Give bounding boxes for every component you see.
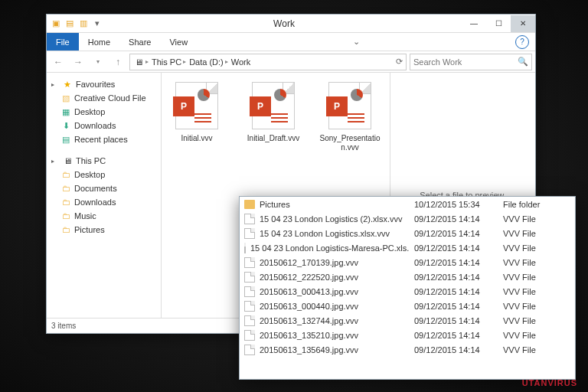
file-date: 09/12/2015 14:14 xyxy=(414,345,498,354)
document-icon xyxy=(244,286,255,297)
qat-dropdown-icon[interactable]: ▾ xyxy=(91,18,103,30)
explorer-list-panel: Pictures10/12/2015 15:34File folder15 04… xyxy=(239,196,576,380)
list-row[interactable]: 15 04 23 London Logistics.xlsx.vvv09/12/… xyxy=(240,226,575,240)
file-type: VVV File xyxy=(503,258,570,267)
file-name: 15 04 23 London Logistics-Maresa-PC.xls.… xyxy=(244,243,410,253)
file-name: Pictures xyxy=(244,200,410,209)
sidebar-item-desktop[interactable]: ▦Desktop xyxy=(50,105,158,119)
sidebar-thispc[interactable]: ▸🖥This PC xyxy=(50,154,158,168)
powerpoint-icon: P xyxy=(252,82,295,129)
crumb[interactable]: Data (D:) xyxy=(189,57,224,67)
sidebar-favourites[interactable]: ▸★Favourites xyxy=(50,77,158,91)
file-list[interactable]: Pictures10/12/2015 15:34File folder15 04… xyxy=(240,197,575,357)
file-date: 09/12/2015 14:14 xyxy=(414,287,498,296)
close-button[interactable]: ✕ xyxy=(511,15,535,32)
file-date: 09/12/2015 14:14 xyxy=(414,229,498,238)
folder-icon: 🗀 xyxy=(60,169,71,180)
refresh-icon[interactable]: ⟳ xyxy=(396,57,403,67)
document-icon xyxy=(244,272,255,283)
titlebar[interactable]: ▣ ▤ ▥ ▾ Work — ☐ ✕ xyxy=(47,15,535,33)
file-name: 20150613_135210.jpg.vvv xyxy=(244,330,410,341)
folder-icon: ▧ xyxy=(60,93,71,103)
file-date: 10/12/2015 15:34 xyxy=(414,200,498,209)
list-row[interactable]: 15 04 23 London Logistics (2).xlsx.vvv09… xyxy=(240,211,575,226)
file-type: VVV File xyxy=(503,287,570,296)
watermark: UTANVIRUS xyxy=(522,378,577,387)
document-icon xyxy=(244,330,255,341)
ribbon-tab-home[interactable]: Home xyxy=(79,33,119,51)
history-dropdown[interactable]: ▾ xyxy=(90,54,106,70)
up-button[interactable]: ↑ xyxy=(109,54,126,70)
sidebar-item-documents[interactable]: 🗀Documents xyxy=(50,181,158,195)
qat-icon[interactable]: ▥ xyxy=(77,18,90,30)
file-name: 20150613_132744.jpg.vvv xyxy=(244,315,410,326)
minimize-button[interactable]: — xyxy=(462,15,486,32)
sidebar-item[interactable]: ▧Creative Cloud File xyxy=(50,91,158,105)
window-title: Work xyxy=(106,18,462,29)
file-date: 09/12/2015 14:14 xyxy=(414,331,498,340)
folder-icon: ▣ xyxy=(50,18,62,30)
powerpoint-icon: P xyxy=(175,82,218,129)
ribbon-tab-view[interactable]: View xyxy=(160,33,197,51)
downloads-icon: ⬇ xyxy=(60,120,71,131)
crumb[interactable]: Work xyxy=(231,57,250,67)
sidebar-item-downloads[interactable]: 🗀Downloads xyxy=(50,195,158,209)
document-icon xyxy=(244,315,255,326)
help-icon[interactable]: ? xyxy=(515,35,529,49)
maximize-button[interactable]: ☐ xyxy=(486,15,511,32)
sidebar-item-downloads[interactable]: ⬇Downloads xyxy=(50,119,158,132)
document-icon xyxy=(244,345,255,355)
list-row[interactable]: 20150612_222520.jpg.vvv09/12/2015 14:14V… xyxy=(240,270,575,284)
list-row[interactable]: 20150613_000413.jpg.vvv09/12/2015 14:14V… xyxy=(240,284,575,299)
file-date: 09/12/2015 14:14 xyxy=(414,316,498,325)
folder-icon: 🗀 xyxy=(60,197,71,207)
file-item[interactable]: P Initial.vvv xyxy=(166,82,227,143)
document-icon xyxy=(244,228,255,239)
search-input[interactable] xyxy=(413,57,505,67)
file-name: 20150612_222520.jpg.vvv xyxy=(244,272,410,283)
list-row[interactable]: Pictures10/12/2015 15:34File folder xyxy=(240,197,575,211)
qat-icon[interactable]: ▤ xyxy=(64,18,76,30)
back-button[interactable]: ← xyxy=(50,54,67,70)
file-type: VVV File xyxy=(503,243,570,253)
list-row[interactable]: 20150612_170139.jpg.vvv09/12/2015 14:14V… xyxy=(240,255,575,270)
list-row[interactable]: 20150613_135210.jpg.vvv09/12/2015 14:14V… xyxy=(240,328,575,342)
list-row[interactable]: 15 04 23 London Logistics-Maresa-PC.xls.… xyxy=(240,240,575,255)
file-item[interactable]: P Sony_Presentatio n.vvv xyxy=(319,82,381,152)
file-name: 15 04 23 London Logistics.xlsx.vvv xyxy=(244,228,410,239)
list-row[interactable]: 20150613_000440.jpg.vvv09/12/2015 14:14V… xyxy=(240,299,575,313)
file-type: VVV File xyxy=(503,214,570,224)
pc-icon: 🖥 xyxy=(62,155,73,166)
file-date: 09/12/2015 14:14 xyxy=(414,243,498,253)
breadcrumb[interactable]: 🖥 ▸This PC ▸Data (D:) ▸Work ⟳ xyxy=(129,54,407,70)
ribbon-tab-share[interactable]: Share xyxy=(119,33,160,51)
crumb[interactable]: This PC xyxy=(152,57,181,67)
sidebar-item-pictures[interactable]: 🗀Pictures xyxy=(50,223,158,237)
ribbon-tab-file[interactable]: File xyxy=(47,33,79,51)
file-type: VVV File xyxy=(503,302,570,311)
star-icon: ★ xyxy=(62,79,73,90)
file-type: VVV File xyxy=(503,331,570,340)
file-name: 20150613_000440.jpg.vvv xyxy=(244,301,410,312)
file-type: VVV File xyxy=(503,273,570,282)
pc-icon: 🖥 xyxy=(133,57,144,67)
file-type: VVV File xyxy=(503,229,570,238)
document-icon xyxy=(244,301,255,312)
document-icon xyxy=(244,257,255,268)
list-row[interactable]: 20150613_135649.jpg.vvv09/12/2015 14:14V… xyxy=(240,342,575,357)
search-icon: 🔍 xyxy=(518,57,528,67)
sidebar-item-recent[interactable]: ▤Recent places xyxy=(50,132,158,146)
search-box[interactable]: 🔍 xyxy=(410,54,532,70)
ribbon-expand-icon[interactable]: ⌄ xyxy=(344,33,369,51)
forward-button[interactable]: → xyxy=(70,54,87,70)
quick-access-toolbar: ▣ ▤ ▥ ▾ xyxy=(47,18,106,30)
list-row[interactable]: 20150613_132744.jpg.vvv09/12/2015 14:14V… xyxy=(240,313,575,328)
document-icon xyxy=(244,243,246,253)
sidebar-item-desktop[interactable]: 🗀Desktop xyxy=(50,168,158,181)
sidebar-item-music[interactable]: 🗀Music xyxy=(50,209,158,223)
file-item[interactable]: P Initial_Draft.vvv xyxy=(243,82,304,143)
address-bar: ← → ▾ ↑ 🖥 ▸This PC ▸Data (D:) ▸Work ⟳ 🔍 xyxy=(47,51,535,73)
navigation-pane: ▸★Favourites ▧Creative Cloud File ▦Deskt… xyxy=(47,73,162,318)
folder-icon: 🗀 xyxy=(60,224,71,235)
file-date: 09/12/2015 14:14 xyxy=(414,302,498,311)
